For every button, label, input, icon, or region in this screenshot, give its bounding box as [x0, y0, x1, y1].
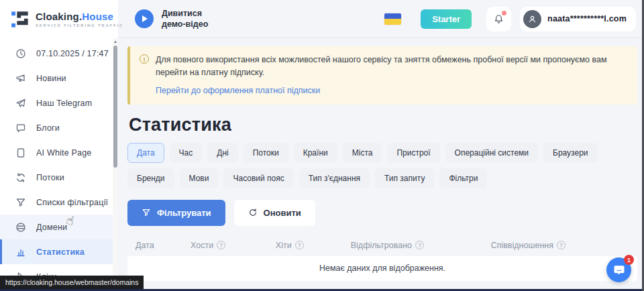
sidebar-item-domains[interactable]: Домени	[0, 215, 113, 239]
globe-icon	[15, 222, 26, 233]
sidebar-item-filter-lists[interactable]: Списки фільтрації	[0, 190, 113, 215]
link-status-tooltip: https://cloaking.house/webmaster/domains	[0, 276, 144, 289]
sidebar-nav: 07.10.2025 / 17:47 Новини Наш Telegram Б…	[0, 41, 118, 289]
topbar: Дивитися демо-відео Starter naata*******…	[118, 0, 644, 38]
main-area: Дивитися демо-відео Starter naata*******…	[118, 0, 644, 291]
sidebar-item-ai-white-page[interactable]: AI White Page	[0, 140, 113, 165]
tab-filters[interactable]: Фільтри	[439, 168, 487, 188]
trial-warning-banner: Для повного використання всіх можливосте…	[127, 46, 637, 105]
action-buttons: Фільтрувати Оновити	[127, 200, 637, 226]
banner-text: Для повного використання всіх можливосте…	[156, 54, 627, 79]
page-title: Статистика	[129, 115, 637, 135]
warning-icon	[140, 54, 149, 64]
sidebar: Cloaking.House SERVICE FILTERING TRAFFIC…	[0, 0, 118, 291]
tab-languages[interactable]: Мови	[180, 168, 219, 188]
tab-connection-type[interactable]: Тип з'єднання	[299, 168, 370, 188]
logo-icon	[11, 10, 30, 29]
tab-request-type[interactable]: Тип запиту	[375, 168, 434, 188]
logo-text-block: Cloaking.House SERVICE FILTERING TRAFFIC	[36, 11, 123, 27]
tab-devices[interactable]: Пристрої	[387, 143, 439, 163]
language-flag-ukraine[interactable]	[384, 13, 401, 25]
help-icon[interactable]	[295, 241, 304, 249]
tab-browsers[interactable]: Браузери	[543, 143, 598, 163]
sidebar-item-blogs[interactable]: Блоги	[0, 115, 113, 140]
help-icon[interactable]	[217, 241, 225, 249]
bar-chart-icon	[15, 247, 26, 257]
play-demo-button[interactable]	[135, 9, 154, 28]
filter-button[interactable]: Фільтрувати	[127, 200, 225, 226]
notification-dot	[502, 11, 506, 15]
brand-tagline: SERVICE FILTERING TRAFFIC	[36, 23, 123, 27]
logo-link[interactable]: Cloaking.House SERVICE FILTERING TRAFFIC	[0, 0, 118, 38]
clock-icon	[15, 48, 26, 59]
demo-video-label[interactable]: Дивитися демо-відео	[162, 8, 218, 30]
sidebar-item-news[interactable]: Новини	[0, 66, 113, 91]
filter-funnel-icon	[142, 208, 151, 217]
table-empty-state: Немає даних для відображення.	[127, 256, 637, 281]
person-icon	[527, 14, 537, 24]
avatar	[523, 10, 541, 28]
user-email: naata**********l.com	[547, 14, 627, 23]
tab-streams[interactable]: Потоки	[244, 143, 288, 163]
tab-timezone[interactable]: Часовий пояс	[223, 168, 293, 188]
sidebar-item-statistics[interactable]: Статистика	[0, 239, 113, 264]
sidebar-item-streams[interactable]: Потоки	[0, 165, 113, 190]
sidebar-scrollbar[interactable]: ▲ ▼	[113, 38, 118, 289]
sidebar-item-datetime: 07.10.2025 / 17:47	[0, 41, 113, 66]
funnel-icon	[15, 197, 26, 208]
chat-bubble-icon	[612, 264, 626, 277]
page-icon	[15, 148, 26, 158]
brand-name: Cloaking.House	[36, 11, 123, 22]
play-icon	[142, 15, 148, 22]
column-header-ratio: Співвідношення	[491, 241, 636, 250]
column-header-filtered: Відфільтровано	[351, 241, 491, 250]
chat-widget-button[interactable]: 1	[606, 257, 631, 282]
refresh-icon	[248, 208, 258, 217]
tab-days[interactable]: Дні	[207, 143, 237, 163]
scrollbar-thumb[interactable]	[113, 46, 117, 168]
telegram-icon	[15, 98, 26, 109]
table-header-row: Дата Хости Хіти Відфільтровано Співвідно…	[127, 241, 637, 250]
column-header-hits: Хіти	[276, 241, 351, 250]
tab-countries[interactable]: Країни	[294, 143, 337, 163]
tab-operating-systems[interactable]: Операційні системи	[445, 143, 538, 163]
plan-badge[interactable]: Starter	[421, 9, 472, 29]
chat-unread-badge: 1	[624, 255, 634, 265]
tab-cities[interactable]: Міста	[343, 143, 382, 163]
content-area: Для повного використання всіх можливосте…	[118, 38, 644, 291]
column-header-hosts: Хости	[191, 241, 276, 250]
subscribe-link[interactable]: Перейти до оформлення платної підписки	[156, 86, 320, 95]
megaphone-icon	[15, 73, 26, 84]
column-header-date: Дата	[136, 241, 191, 250]
help-icon[interactable]	[415, 241, 424, 249]
notifications-button[interactable]	[486, 7, 511, 32]
chat-icon	[15, 123, 26, 133]
sidebar-item-telegram[interactable]: Наш Telegram	[0, 91, 113, 115]
tab-brands[interactable]: Бренди	[127, 168, 174, 188]
stats-tabs: Дата Час Дні Потоки Країни Міста Пристро…	[127, 143, 624, 188]
refresh-button[interactable]: Оновити	[234, 200, 315, 226]
tab-date[interactable]: Дата	[127, 143, 164, 163]
streams-icon	[15, 172, 26, 183]
app-window: Cloaking.House SERVICE FILTERING TRAFFIC…	[0, 0, 644, 291]
user-menu[interactable]: naata**********l.com	[520, 7, 636, 32]
tab-time[interactable]: Час	[170, 143, 203, 163]
scroll-up-arrow-icon[interactable]: ▲	[113, 39, 118, 44]
help-icon[interactable]	[557, 241, 566, 249]
